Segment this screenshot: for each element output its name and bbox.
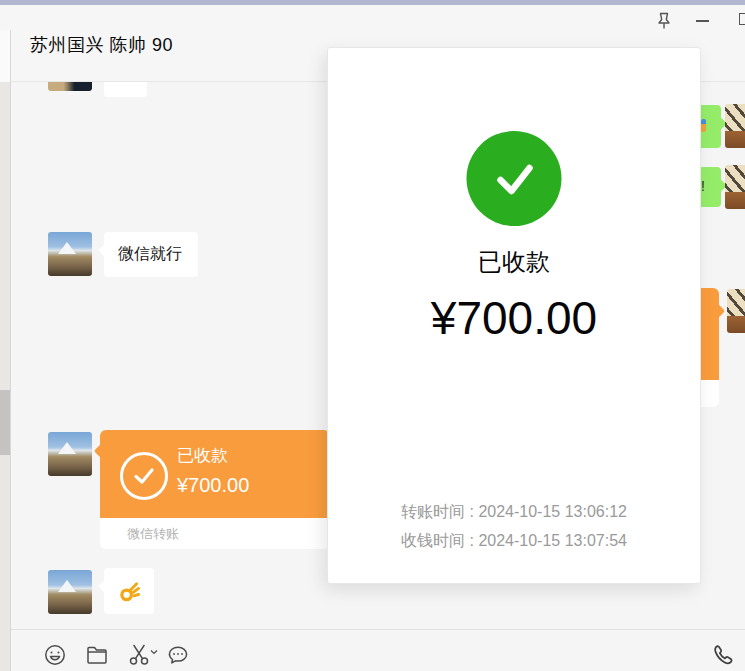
screenshot-scissors-icon[interactable] (127, 643, 151, 667)
receipt-amount: ¥700.00 (328, 291, 700, 345)
incoming-message-bubble[interactable]: 微信就行 (104, 232, 198, 277)
folder-icon[interactable] (85, 643, 109, 667)
emoji-icon[interactable] (43, 643, 67, 667)
chevron-down-icon[interactable] (150, 648, 158, 656)
check-circle-icon (120, 452, 168, 500)
bubble-tail (98, 580, 111, 593)
receipt-timestamps: 转账时间 : 2024-10-15 13:06:12 收钱时间 : 2024-1… (328, 497, 700, 555)
receipt-status-label: 已收款 (328, 246, 700, 278)
transfer-card-footer: 微信转账 (100, 518, 330, 549)
avatar[interactable] (48, 432, 92, 476)
bubble-tail (711, 304, 725, 318)
bubble-tail (94, 444, 108, 458)
scrollbar-thumb[interactable] (0, 390, 10, 455)
transfer-time-line: 转账时间 : 2024-10-15 13:06:12 (328, 497, 700, 526)
message-text: 微信就行 (104, 232, 198, 276)
avatar[interactable] (725, 104, 745, 148)
minimize-icon[interactable] (696, 20, 709, 22)
avatar[interactable] (48, 570, 92, 614)
ok-hand-emoji-icon (118, 580, 141, 603)
maximize-icon[interactable] (739, 13, 745, 25)
transfer-source-label: 微信转账 (127, 525, 179, 543)
transfer-card-received[interactable]: 已收款 ¥700.00 微信转账 (100, 430, 330, 549)
avatar[interactable] (725, 165, 745, 209)
window-edge (0, 30, 11, 82)
transfer-amount: ¥700.00 (177, 474, 249, 497)
avatar[interactable] (727, 289, 745, 333)
input-toolbar (0, 629, 745, 671)
text-fragment: ! (701, 178, 705, 194)
transfer-receipt-modal: 已收款 ¥700.00 转账时间 : 2024-10-15 13:06:12 收… (327, 47, 701, 584)
transfer-card-body: 已收款 ¥700.00 (100, 430, 330, 518)
voice-call-icon[interactable] (709, 641, 737, 669)
pin-icon[interactable] (655, 11, 673, 31)
transfer-status-label: 已收款 (177, 444, 228, 467)
success-check-icon (467, 131, 562, 226)
wechat-chat-window: 微信就行 ! 已收款 (0, 0, 745, 671)
receive-time-line: 收钱时间 : 2024-10-15 13:07:54 (328, 526, 700, 555)
chat-history-icon[interactable] (166, 643, 190, 667)
incoming-emoji-bubble[interactable] (104, 568, 154, 614)
scrollbar-track[interactable] (0, 82, 11, 671)
emoji-fragment (701, 119, 706, 132)
window-accent-strip (0, 0, 745, 5)
avatar[interactable] (48, 232, 92, 276)
chat-title: 苏州国兴 陈帅 90 (30, 33, 173, 57)
